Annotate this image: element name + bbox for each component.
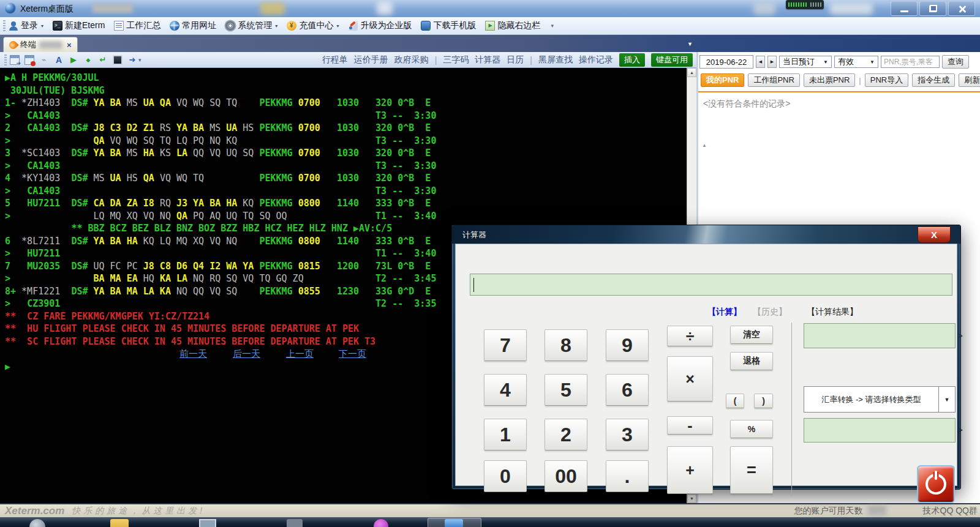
tab-close-icon[interactable]: ×: [67, 40, 72, 50]
history-tab[interactable]: 【历史】: [753, 307, 787, 318]
terminal-link-three-letter-code[interactable]: 三字码: [443, 54, 469, 65]
button-workgroup-pnr[interactable]: 工作组PNR: [748, 73, 799, 87]
scope-select[interactable]: 当日预订▼: [779, 56, 832, 68]
restore-button[interactable]: [919, 1, 946, 16]
key-5[interactable]: 5: [545, 374, 587, 406]
terminal-link-calendar[interactable]: 日历: [507, 54, 524, 65]
toolbar-item-download-mobile[interactable]: 下载手机版: [421, 20, 476, 31]
button-pnr-import[interactable]: PNR导入: [865, 73, 908, 87]
date-prev-icon[interactable]: ◀: [756, 56, 765, 68]
key-equals[interactable]: =: [730, 446, 773, 494]
key-paren-open[interactable]: (: [726, 394, 744, 408]
terminal-link-operation-log[interactable]: 操作记录: [579, 54, 613, 65]
key-0[interactable]: 0: [484, 460, 527, 492]
taskbar-icon[interactable]: [374, 519, 388, 527]
key-00[interactable]: 00: [545, 460, 587, 492]
terminal-link-itinerary[interactable]: 行程单: [322, 54, 348, 65]
terminal-link-fare-manual[interactable]: 运价手册: [354, 54, 388, 65]
toolbar-item-system-mgmt[interactable]: 系统管理▾: [225, 20, 277, 31]
toolbar-overflow-icon[interactable]: ▾: [551, 23, 554, 29]
pnr-search-input[interactable]: PNR,票号,乘客: [881, 56, 940, 68]
calculator-power-button[interactable]: [917, 465, 955, 503]
taskbar-window-icon[interactable]: [199, 519, 216, 527]
taskbar-icon[interactable]: [29, 519, 45, 527]
toolbar-item-hide-sidebar[interactable]: 隐藏右边栏: [485, 20, 540, 31]
terminal-run-dropdown-icon[interactable]: ▾: [138, 57, 141, 63]
screen-icon[interactable]: [113, 55, 123, 65]
toolbar-item-new-eterm[interactable]: 新建Eterm: [53, 20, 105, 31]
export-window-icon[interactable]: [10, 55, 20, 65]
pager-link-prev-page[interactable]: 上一页: [286, 348, 314, 360]
close-button[interactable]: [948, 1, 975, 16]
key-minus[interactable]: -: [667, 416, 713, 435]
date-input[interactable]: 2019-06-22: [699, 55, 753, 69]
button-refresh-list[interactable]: 刷新列表: [959, 73, 980, 87]
date-next-icon[interactable]: ▶: [767, 56, 777, 68]
toolbar-item-recharge-center[interactable]: 充值中心▾: [287, 20, 339, 31]
key-dot[interactable]: .: [606, 460, 649, 492]
key-paren-close[interactable]: ): [754, 394, 773, 408]
key-6[interactable]: 6: [606, 374, 649, 406]
tab-terminal[interactable]: 终端 ×: [3, 37, 78, 52]
toolbar-item-common-websites[interactable]: 常用网址: [170, 20, 216, 31]
key-9[interactable]: 9: [606, 329, 649, 361]
return-icon[interactable]: ↵: [98, 55, 108, 65]
status-badge-insert-status[interactable]: 插入: [619, 53, 645, 67]
result-label: 【计算结果】: [807, 307, 858, 318]
font-icon[interactable]: A: [54, 55, 64, 65]
terminal-line: ▶A H PEKKMG/30JUL: [5, 72, 687, 85]
key-plus[interactable]: +: [667, 446, 713, 494]
disconnect-icon[interactable]: ⌁: [39, 55, 49, 65]
stop-window-icon[interactable]: [24, 55, 34, 65]
key-clear[interactable]: 清空: [730, 326, 773, 344]
taskbar-icon[interactable]: [287, 519, 303, 527]
chevron-down-icon: ▼: [938, 387, 955, 412]
terminal-link-screen-search[interactable]: 黑屏查找: [538, 54, 573, 65]
query-button[interactable]: 查询: [942, 55, 969, 69]
key-2[interactable]: 2: [545, 419, 587, 450]
status-select[interactable]: 有效▼: [834, 56, 878, 68]
pager-link-next-page[interactable]: 下一页: [339, 348, 366, 360]
calculator-close-button[interactable]: X: [918, 226, 951, 243]
button-unticketed-pnr[interactable]: 未出票PNR: [804, 73, 855, 87]
redacted-session-id: [39, 41, 62, 49]
scroll-down-icon[interactable]: ▼: [687, 494, 696, 503]
chevron-down-icon: ▼: [870, 59, 875, 65]
toolbar-item-upgrade-enterprise[interactable]: 升级为企业版: [348, 20, 412, 31]
result-arrow-icon[interactable]: >: [958, 331, 963, 340]
calculator-title-bar[interactable]: 计算器: [452, 225, 960, 244]
diamond-icon[interactable]: ◆: [83, 55, 93, 65]
currency-converter-select[interactable]: 汇率转换 -> 请选择转换类型 ▼: [804, 386, 956, 413]
tab-list-chevron-icon[interactable]: ▼: [687, 41, 693, 47]
run-icon[interactable]: ▶: [69, 55, 78, 65]
key-multiply[interactable]: ×: [667, 356, 713, 402]
key-8[interactable]: 8: [545, 329, 587, 361]
minimize-button[interactable]: [891, 1, 918, 16]
forward-icon[interactable]: ➜: [127, 55, 137, 65]
key-percent[interactable]: %: [730, 420, 773, 438]
key-1[interactable]: 1: [484, 419, 527, 450]
scope-select-value: 当日预订: [783, 56, 815, 67]
key-4[interactable]: 4: [484, 374, 527, 406]
key-divide[interactable]: ÷: [667, 326, 713, 346]
toolbar-item-login[interactable]: 登录▾: [9, 20, 43, 31]
terminal-link-calculator[interactable]: 计算器: [475, 54, 500, 65]
button-command-generate[interactable]: 指令生成: [912, 73, 955, 87]
key-3[interactable]: 3: [606, 419, 649, 450]
calculator-expression-input[interactable]: [470, 274, 952, 296]
key-7[interactable]: 7: [484, 329, 527, 361]
key-backspace[interactable]: 退格: [730, 352, 773, 370]
status-badge-keyboard-status[interactable]: 键盘可用: [651, 53, 693, 67]
scroll-up-icon[interactable]: ▲: [687, 68, 696, 77]
calculator-dialog: 计算器 X 【计算】 【历史】 【计算结果】 789456123000.÷×-+…: [451, 225, 961, 490]
pager-link-next-day[interactable]: 后一天: [233, 348, 260, 360]
button-my-pnr[interactable]: 我的PNR: [701, 73, 744, 87]
taskbar-folder-icon[interactable]: [110, 519, 129, 527]
converter-arrow-icon[interactable]: >: [958, 425, 963, 435]
calc-tab[interactable]: 【计算】: [707, 307, 742, 318]
terminal-link-gov-procurement[interactable]: 政府采购: [394, 54, 429, 65]
calculator-body: 【计算】 【历史】 【计算结果】 789456123000.÷×-+清空退格()…: [455, 244, 957, 486]
panel-scroll-up-icon[interactable]: ▲: [702, 143, 707, 148]
pager-link-prev-day[interactable]: 前一天: [179, 348, 207, 360]
toolbar-item-work-report[interactable]: 工作汇总: [114, 20, 160, 31]
